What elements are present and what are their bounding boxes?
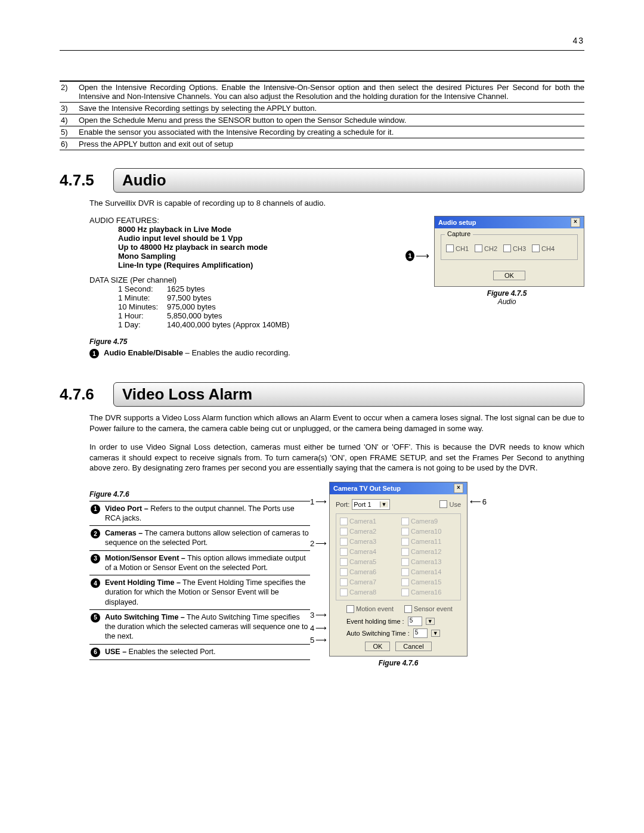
channel-checkbox[interactable]: CH1 [446, 244, 469, 252]
feature-list: 8000 Hz playback in Live Mode Audio inpu… [89, 225, 405, 270]
camera-checkbox[interactable]: Camera6 [340, 568, 395, 576]
callout-bullet-icon: 6 [91, 648, 100, 657]
desc-row: 3Motion/Sensor Event – This option allow… [89, 551, 310, 576]
eht-input[interactable]: 5 [408, 617, 422, 626]
checkbox-icon [401, 568, 409, 576]
checkbox-label: Camera15 [411, 578, 441, 586]
camera-checkbox[interactable]: Camera3 [340, 538, 395, 546]
callout-bullet-icon: 1 [310, 497, 314, 506]
page-number: 43 [60, 36, 584, 50]
camera-checkbox[interactable]: Camera15 [401, 578, 457, 586]
camera-checkbox[interactable]: Camera10 [401, 528, 457, 535]
ds-value: 97,500 bytes [167, 293, 211, 302]
checkbox-label: CH3 [513, 245, 526, 252]
chevron-down-icon[interactable]: ▼ [431, 630, 440, 637]
motion-event-checkbox[interactable]: Motion event [346, 605, 394, 613]
camera-checkbox[interactable]: Camera1 [340, 518, 395, 525]
figure-caption-476: Figure 4.7.6 [327, 659, 470, 667]
ds-label: 1 Hour: [118, 311, 167, 320]
camera-checkbox[interactable]: Camera5 [340, 558, 395, 566]
arrow-right-icon: ⟶ [315, 611, 327, 620]
chevron-down-icon[interactable]: ▼ [426, 618, 435, 625]
dialog-title: Camera TV Out Setup [333, 485, 401, 492]
checkbox-label: Camera5 [349, 558, 376, 565]
camera-checkbox[interactable]: Camera16 [401, 589, 457, 596]
close-icon[interactable]: × [571, 218, 580, 227]
checkbox-label: Camera6 [349, 568, 376, 575]
camera-checkbox[interactable]: Camera11 [401, 538, 457, 546]
step-num: 5) [60, 128, 79, 137]
group-label: Capture [445, 230, 473, 237]
callout-bullet-icon: 1 [91, 504, 100, 514]
callout-bullet-icon: 3 [310, 611, 314, 620]
checkbox-label: Camera10 [411, 528, 441, 535]
checkbox-icon [340, 589, 348, 596]
step-num: 4) [60, 116, 79, 125]
camera-checkbox[interactable]: Camera2 [340, 528, 395, 535]
camera-checkbox[interactable]: Camera4 [340, 548, 395, 556]
checkbox-label: CH4 [541, 245, 555, 252]
step-row: 2) Open the Intensive Recording Options.… [60, 82, 584, 103]
checkbox-icon [340, 578, 348, 586]
checkbox-label: Camera16 [411, 589, 441, 596]
close-icon[interactable]: × [454, 484, 463, 493]
checkbox-icon [340, 518, 348, 525]
checkbox-label: Camera14 [411, 568, 441, 575]
checkbox-label: Sensor event [414, 605, 453, 612]
callout-bullet-icon: 6 [482, 497, 487, 506]
checkbox-label: CH1 [456, 245, 469, 252]
figure-label-475-left: Figure 4.75 [89, 337, 584, 346]
para-476-1: The DVR supports a Video Loss Alarm func… [89, 413, 584, 433]
figure-label-476-left: Figure 4.7.6 [89, 490, 310, 498]
callout-bullet-icon: 2 [310, 539, 314, 548]
desc-bold: Video Port – [105, 504, 148, 513]
camera-checkbox[interactable]: Camera9 [401, 518, 457, 525]
figure-caption-475: Figure 4.7.5 [429, 289, 584, 298]
camera-checkbox[interactable]: Camera12 [401, 548, 457, 556]
channel-checkbox[interactable]: CH4 [532, 244, 555, 252]
desc-text: Enables the selected Port. [126, 648, 215, 656]
checkbox-label: Camera4 [349, 548, 376, 555]
desc-bold: Auto Switching Time – [105, 613, 185, 621]
camera-checkbox[interactable]: Camera13 [401, 558, 457, 566]
channel-checkbox[interactable]: CH2 [475, 244, 497, 252]
section-title: Audio [113, 168, 584, 193]
ds-value: 1625 bytes [167, 284, 205, 293]
camera-checkbox[interactable]: Camera14 [401, 568, 457, 576]
camera-checkbox[interactable]: Camera8 [340, 589, 395, 596]
checkbox-icon [340, 568, 348, 576]
dialog-title: Audio setup [438, 219, 476, 226]
cancel-button[interactable]: Cancel [395, 642, 431, 651]
checkbox-label: CH2 [484, 245, 497, 252]
arrow-right-icon: ⟶ [315, 497, 327, 506]
ok-button[interactable]: OK [493, 271, 525, 280]
desc-bold: Event Holding Time – [105, 578, 181, 587]
channel-checkbox[interactable]: CH3 [503, 244, 526, 252]
checkbox-icon [340, 528, 348, 535]
sensor-event-checkbox[interactable]: Sensor event [404, 605, 453, 613]
ok-button[interactable]: OK [365, 642, 390, 651]
section-number: 4.7.6 [60, 385, 113, 404]
step-row: 3) Save the Intensive Recording settings… [60, 103, 584, 114]
arrow-right-icon: ⟶ [315, 539, 327, 548]
eht-label: Event holding time : [346, 618, 404, 625]
ast-input[interactable]: 5 [413, 628, 428, 638]
tv-callouts-right: ⟵ 6 [470, 482, 487, 667]
tvout-dialog: Camera TV Out Setup × Port: Port 1 ▼ Use [329, 482, 467, 657]
ds-label: 10 Minutes: [118, 302, 167, 311]
checkbox-label: Camera3 [349, 538, 376, 545]
callout-475: 1 ⟶ [405, 216, 429, 261]
feature-item: Mono Sampling [118, 252, 405, 261]
port-select[interactable]: Port 1 ▼ [352, 499, 389, 510]
ds-label: 1 Minute: [118, 293, 167, 302]
feature-item: 8000 Hz playback in Live Mode [118, 225, 405, 234]
checkbox-icon [401, 528, 409, 535]
feature-item: Up to 48000 Hz playback in search mode [118, 243, 405, 252]
data-size-heading: DATA SIZE (Per channel) [89, 275, 405, 284]
camera-checkbox[interactable]: Camera7 [340, 578, 395, 586]
arrow-left-icon: ⟵ [470, 497, 481, 506]
section-title: Video Loss Alarm [113, 382, 584, 407]
use-checkbox[interactable]: Use [439, 500, 461, 508]
arrow-right-icon: ⟶ [315, 636, 327, 645]
tv-callouts-left: 1⟶ 2⟶ 3⟶ 4⟶ 5⟶ [310, 482, 327, 667]
